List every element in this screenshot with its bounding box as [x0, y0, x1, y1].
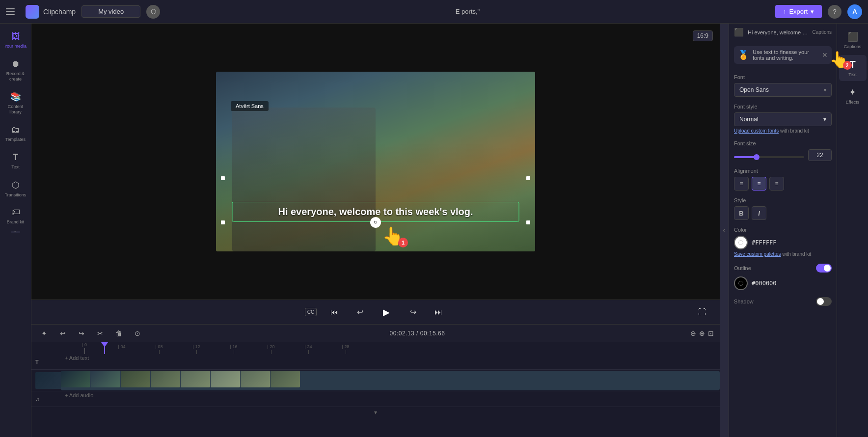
upload-fonts-link: Upload custom fonts with brand kit — [734, 128, 832, 134]
slider-thumb[interactable] — [754, 154, 760, 160]
far-right-captions[interactable]: ⬛ Captions — [839, 27, 867, 53]
timeline-tracks: T + Add text 🔊 — [31, 354, 720, 407]
tip-close-button[interactable]: ✕ — [822, 51, 828, 59]
right-properties-panel: ⬛ Hi everyone, welcome to this w... Capt… — [729, 24, 837, 437]
video-thumb-4 — [151, 371, 180, 387]
aspect-ratio-badge: 16:9 — [693, 30, 713, 41]
captions-toggle-button[interactable]: CC — [305, 308, 317, 316]
rewind-button[interactable]: ↩ — [352, 304, 368, 320]
resize-handle-bl[interactable] — [221, 220, 225, 224]
font-size-input[interactable] — [808, 149, 832, 161]
templates-icon: 🗂 — [11, 125, 20, 135]
timeline-time-display: 00:02.13 / 00:15.66 — [149, 330, 685, 337]
play-button[interactable]: ▶ — [378, 303, 395, 321]
font-selector[interactable]: Open Sans ▾ — [734, 83, 832, 97]
upload-fonts-anchor[interactable]: Upload custom fonts — [734, 128, 779, 134]
sidebar-collapse-button[interactable]: ‹ — [11, 231, 20, 232]
help-icon[interactable]: ? — [828, 5, 841, 19]
timeline-tool-delete[interactable]: 🗑 — [112, 327, 126, 340]
zoom-out-button[interactable]: ⊖ — [690, 329, 696, 337]
timeline-tool-undo[interactable]: ↩ — [56, 327, 70, 340]
fullscreen-button[interactable]: ⛶ — [694, 304, 710, 320]
tip-card-panel: 🏅 Use text to finesse your fonts and wri… — [729, 41, 837, 69]
video-title[interactable]: My video — [81, 5, 140, 18]
topbar: Clipchamp My video ⬡ E ports," ↑ Export … — [0, 0, 868, 24]
align-center-button[interactable]: ≡ — [752, 177, 766, 191]
add-text-button[interactable]: + Add text — [61, 355, 720, 361]
font-style-selector[interactable]: Normal ▾ — [734, 112, 832, 126]
font-chevron-icon: ▾ — [824, 87, 826, 93]
video-thumb-3 — [121, 371, 150, 387]
panel-header: ⬛ Hi everyone, welcome to this w... Capt… — [729, 24, 837, 41]
sidebar-item-brand-kit[interactable]: 🏷 Brand kit — [2, 203, 29, 229]
timeline-tool-select[interactable]: ✦ — [37, 327, 51, 340]
text-track-label: T — [31, 359, 61, 365]
add-audio-button[interactable]: + Add audio — [61, 392, 720, 398]
video-overlay-text: Atvērt Sans — [231, 101, 269, 111]
color-swatch-white[interactable] — [734, 236, 748, 249]
sidebar-label-content-library: Content library — [4, 104, 27, 115]
far-right-text[interactable]: T Text 👆 2 — [839, 55, 867, 81]
video-thumb-6 — [211, 371, 240, 387]
timeline-tool-cut[interactable]: ✂ — [93, 327, 107, 340]
video-track: 🔊 — [31, 370, 720, 391]
alignment-section: Alignment ≡ ≡ ≡ — [734, 168, 832, 191]
align-left-button[interactable]: ≡ — [734, 177, 749, 191]
tip-card: 🏅 Use text to finesse your fonts and wri… — [734, 46, 832, 64]
sidebar-item-content-library[interactable]: 📚 Content library — [2, 87, 29, 119]
panel-collapse-button[interactable]: ‹ — [720, 24, 729, 437]
far-right-panel: ⬛ Captions T Text 👆 2 ✦ Effects — [837, 24, 868, 437]
sidebar-item-transitions[interactable]: ⬡ Transitions — [2, 176, 29, 202]
skip-start-button[interactable]: ⏮ — [326, 304, 342, 320]
sidebar-item-templates[interactable]: 🗂 Templates — [2, 121, 29, 146]
resize-handle-tr[interactable] — [526, 176, 530, 180]
video-thumb-5 — [181, 371, 210, 387]
save-palettes-anchor[interactable]: Save custom palettes — [734, 251, 781, 257]
resize-handle-tl[interactable] — [221, 176, 225, 180]
user-avatar[interactable]: A — [847, 4, 862, 19]
hamburger-menu[interactable] — [6, 5, 20, 19]
zoom-in-button[interactable]: ⊕ — [699, 329, 705, 337]
video-track-content[interactable] — [61, 371, 720, 390]
shadow-toggle[interactable] — [816, 297, 832, 306]
shadow-label: Shadow — [734, 299, 754, 304]
video-track-label: 🔊 — [31, 372, 61, 389]
italic-button[interactable]: I — [752, 206, 766, 220]
font-size-slider[interactable] — [734, 152, 804, 158]
sidebar-item-text[interactable]: T Text — [2, 148, 29, 174]
color-section: Color #FFFFFF Save custom palettes with … — [734, 227, 832, 257]
outline-label: Outline — [734, 265, 751, 271]
audio-track-label: ♫ — [31, 396, 61, 402]
video-subtitle-text: Hi everyone, welcome to this week's vlog… — [278, 206, 473, 217]
sidebar-item-record-create[interactable]: ⏺ Record & create — [2, 55, 29, 86]
sidebar-item-your-media[interactable]: 🖼 Your media — [2, 27, 29, 53]
fast-forward-button[interactable]: ↪ — [405, 304, 421, 320]
share-icon[interactable]: ⬡ — [146, 5, 160, 19]
font-style-label: Font style — [734, 104, 832, 109]
skip-end-button[interactable]: ⏭ — [431, 304, 446, 320]
font-label: Font — [734, 74, 832, 80]
resize-handle-br[interactable] — [526, 220, 530, 224]
canvas-area: 16:9 Atvērt Sans Hi everyone, welcome to… — [31, 24, 720, 437]
export-label: Export — [789, 8, 808, 15]
video-thumb-8 — [271, 371, 300, 387]
timeline-collapse[interactable]: ▾ — [31, 407, 720, 418]
rotate-handle[interactable]: ↻ — [370, 217, 381, 228]
timeline-tool-redo[interactable]: ↪ — [75, 327, 88, 340]
far-right-effects[interactable]: ✦ Effects — [839, 83, 867, 109]
font-size-section: Font size — [734, 140, 832, 161]
style-chevron-icon: ▾ — [823, 116, 826, 123]
outline-color-swatch[interactable] — [734, 276, 748, 290]
timeline-area: ✦ ↩ ↪ ✂ 🗑 ⊙ 00:02.13 / 00:15.66 ⊖ ⊕ ⊡ | … — [31, 324, 720, 437]
zoom-fit-button[interactable]: ⊡ — [708, 329, 714, 337]
align-right-button[interactable]: ≡ — [769, 177, 784, 191]
outline-color-row: #000000 — [734, 276, 832, 290]
bold-button[interactable]: B — [734, 206, 749, 220]
outline-toggle[interactable] — [816, 264, 832, 273]
export-button[interactable]: ↑ Export ▾ — [775, 5, 822, 18]
upload-suffix: with brand kit — [780, 128, 809, 134]
cursor-badge-2: 2 — [843, 61, 852, 70]
text-style-section: Style B I — [734, 197, 832, 220]
ruler-tick-12: | 12 — [178, 344, 215, 354]
timeline-tool-detach[interactable]: ⊙ — [131, 327, 144, 340]
